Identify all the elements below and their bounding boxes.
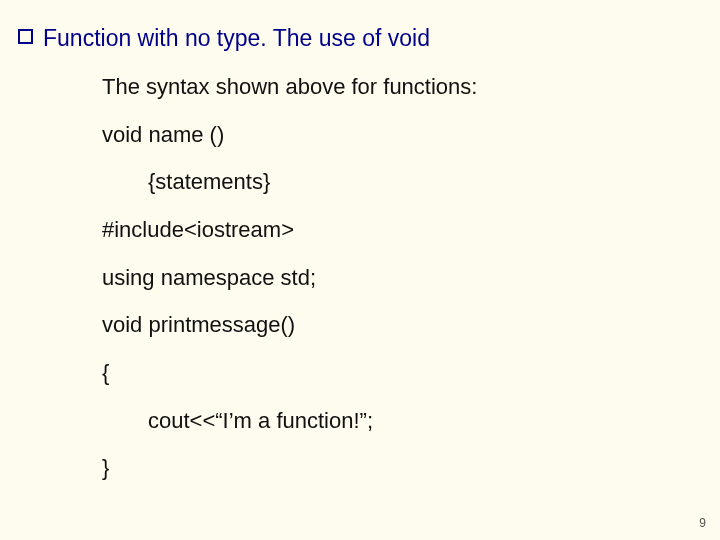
heading-row: Function with no type. The use of void — [18, 24, 702, 54]
slide: Function with no type. The use of void T… — [0, 0, 720, 540]
square-bullet-icon — [18, 29, 33, 44]
body-line: void name () — [102, 120, 702, 150]
body-line: cout<<“I’m a function!”; — [102, 406, 702, 436]
body-line: The syntax shown above for functions: — [102, 72, 702, 102]
body-line: { — [102, 358, 702, 388]
body-line: void printmessage() — [102, 310, 702, 340]
page-number: 9 — [699, 516, 706, 530]
body-line: using namespace std; — [102, 263, 702, 293]
slide-heading: Function with no type. The use of void — [43, 24, 430, 54]
body-line: {statements} — [102, 167, 702, 197]
body-line: #include<iostream> — [102, 215, 702, 245]
body-line: } — [102, 453, 702, 483]
body-block: The syntax shown above for functions: vo… — [102, 72, 702, 483]
